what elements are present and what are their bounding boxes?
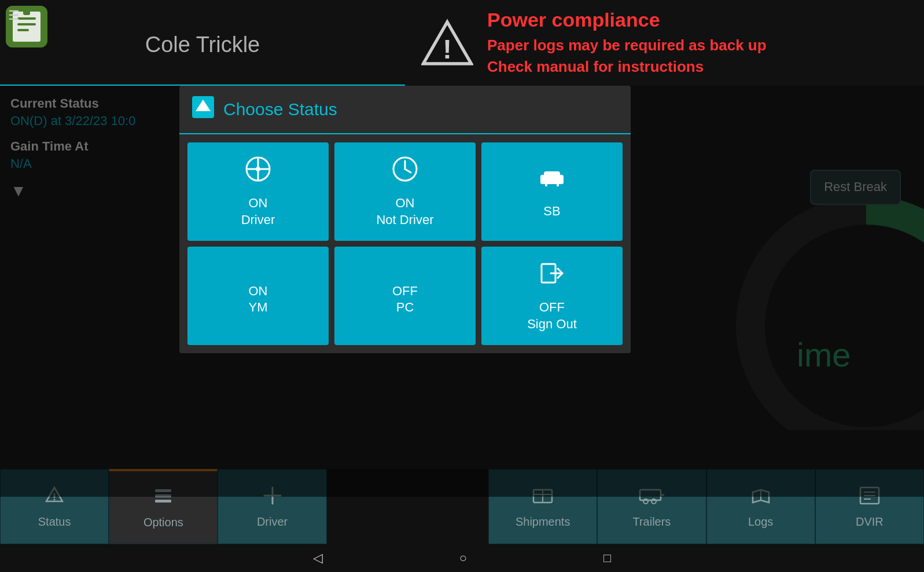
on-ym-label: ONYM [249,283,268,316]
warning-body: Paper logs may be required as back up Ch… [487,35,767,77]
on-not-driver-button[interactable]: ONNot Driver [334,142,476,241]
on-not-driver-label: ONNot Driver [376,195,433,228]
svg-rect-2 [17,17,36,20]
warning-banner: ! Power compliance Paper logs may be req… [405,0,924,86]
svg-rect-34 [155,500,171,503]
svg-text:!: ! [443,34,452,64]
on-driver-label: ONDriver [241,195,275,228]
nav-options-label: Options [143,516,183,529]
svg-point-31 [54,498,56,500]
off-sign-out-label: OFFSign Out [527,299,577,332]
off-sign-out-button[interactable]: OFFSign Out [481,247,623,345]
sb-button[interactable]: SB [481,142,623,241]
nav-driver-label: Driver [257,515,288,529]
navigation-icon [192,96,214,123]
svg-rect-23 [540,175,545,184]
sign-out-icon [538,259,566,292]
svg-rect-4 [17,29,29,31]
sofa-icon [538,163,566,196]
off-pc-label: OFFPC [392,283,418,316]
warning-triangle-icon: ! [421,17,473,69]
choose-status-dialog: Choose Status ONDriver [179,86,631,353]
steering-wheel-icon [244,155,272,188]
svg-rect-5 [23,8,30,15]
on-driver-button[interactable]: ONDriver [187,142,329,241]
svg-rect-3 [17,23,36,25]
svg-rect-25 [545,183,547,186]
nav-status-label: Status [38,515,71,529]
on-ym-button[interactable]: ONYM [187,247,329,345]
clock-icon [391,155,419,188]
warning-title: Power compliance [487,9,767,31]
svg-rect-22 [544,171,560,178]
svg-line-20 [405,169,411,173]
nav-trailers-label: Trailers [632,515,671,529]
sys-nav: ◁ ○ □ [0,544,924,572]
back-button[interactable]: ◁ [308,546,327,570]
warning-text: Power compliance Paper logs may be requi… [487,9,767,77]
svg-rect-24 [559,175,564,184]
driver-name: Cole Trickle [0,28,405,57]
modal-overlay[interactable]: Choose Status ONDriver [0,86,924,497]
svg-rect-26 [557,183,559,186]
nav-dvir-label: DVIR [856,515,883,529]
status-grid: ONDriver ONNot Driver [179,134,631,353]
svg-point-13 [256,167,260,171]
off-pc-button[interactable]: OFFPC [334,247,476,345]
menu-icon[interactable]: ☰ [8,8,20,23]
nav-shipments-label: Shipments [516,515,570,529]
recent-button[interactable]: □ [599,546,616,570]
home-button[interactable]: ○ [455,546,472,570]
sb-label: SB [543,203,560,220]
dialog-header: Choose Status [179,86,631,134]
nav-logs-label: Logs [748,515,773,529]
dialog-title: Choose Status [223,100,337,119]
